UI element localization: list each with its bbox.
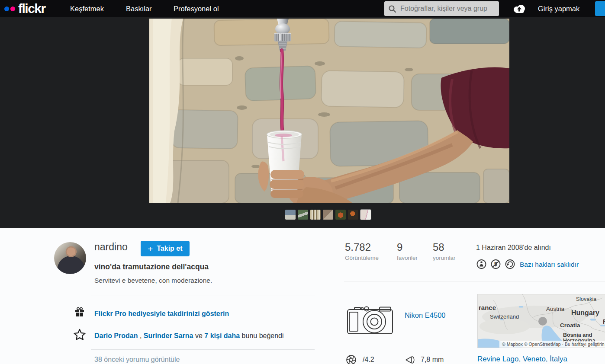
main-photo-illustration — [149, 19, 509, 203]
thumbnail-5[interactable] — [335, 210, 346, 220]
view-previous-comments-link[interactable]: 38 önceki yorumu görüntüle — [94, 356, 180, 364]
taken-date: 1 Haziran 2008'de alındı — [476, 244, 551, 252]
thumbnail-6[interactable] — [348, 210, 358, 220]
camera-icon — [345, 304, 395, 335]
owner-username[interactable]: nardino — [94, 241, 128, 253]
faved-suffix: bunu beğendi — [240, 332, 283, 339]
cc-sa-icon[interactable] — [506, 260, 515, 268]
cc-nc-icon[interactable]: $ — [492, 260, 500, 268]
faves-count: 9 — [397, 241, 418, 253]
main-photo[interactable] — [149, 19, 509, 203]
flickr-pro-gift-link[interactable]: Flickr Pro hediyesiyle takdirinizi göste… — [94, 310, 229, 318]
follow-label: Takip et — [157, 245, 182, 252]
camera-model-link[interactable]: Nikon E4500 — [405, 311, 445, 319]
faved-by-line: Dario Prodan , Surinder Sarna ve 7 kişi … — [94, 332, 284, 340]
license-link[interactable]: Bazı hakları saklıdır — [520, 261, 579, 268]
plus-icon: + — [148, 244, 153, 253]
comments-count: 58 — [433, 241, 456, 253]
top-navbar: flickr Keşfetmek Baskılar Profesyonel ol… — [0, 0, 605, 17]
wine-stream — [280, 50, 283, 132]
logo-text: flickr — [18, 0, 45, 17]
thumbnail-1[interactable] — [285, 210, 296, 220]
separator: , — [138, 332, 143, 339]
license-icons[interactable]: $ — [476, 259, 516, 269]
flickr-logo[interactable]: flickr — [4, 0, 45, 17]
map-label-france: rance — [479, 304, 496, 311]
focal-length-icon — [404, 354, 416, 364]
follow-button[interactable]: + Takip et — [141, 241, 190, 256]
nav-explore[interactable]: Keşfetmek — [70, 0, 104, 17]
login-link[interactable]: Giriş yapmak — [538, 0, 579, 17]
gift-icon — [74, 307, 85, 317]
photo-info-section: nardino + Takip et vino'da tramutazione … — [0, 228, 605, 364]
thumbnail-3[interactable] — [310, 210, 321, 220]
location-link[interactable]: Revine Lago, Veneto, İtalya — [477, 355, 567, 364]
nav-prints[interactable]: Baskılar — [126, 0, 152, 17]
thumbnail-7-active[interactable] — [360, 210, 371, 220]
map-attribution[interactable]: © Mapbox © OpenStreetMap · Bu haritayı g… — [502, 342, 605, 347]
photo-title: vino'da tramutazione dell'acqua — [94, 262, 209, 271]
map-label-romania-partial: R — [603, 318, 605, 325]
map-label-croatia: Croatia — [560, 322, 580, 329]
divider — [91, 349, 315, 350]
signup-button[interactable] — [595, 1, 605, 16]
divider — [344, 281, 605, 281]
views-stat: 5.782 Görüntüleme — [345, 241, 379, 261]
divider — [91, 296, 315, 296]
photo-stage — [0, 0, 605, 228]
map-marker — [538, 317, 547, 326]
faves-label: favoriler — [397, 255, 418, 261]
search-input[interactable] — [399, 4, 495, 13]
map-label-austria: Austria — [546, 306, 565, 312]
views-count: 5.782 — [345, 241, 379, 253]
map-label-hungary: Hungary — [571, 309, 599, 316]
faver-link-1[interactable]: Dario Prodan — [94, 332, 138, 339]
search-icon — [388, 5, 396, 13]
star-icon — [73, 328, 86, 341]
logo-dot-pink-icon — [10, 6, 15, 11]
and-text: ve — [193, 332, 205, 339]
faves-stat: 9 favoriler — [397, 241, 418, 261]
thumbnail-4[interactable] — [323, 210, 333, 220]
more-favers-link[interactable]: 7 kişi daha — [204, 332, 240, 339]
cc-by-icon[interactable] — [477, 260, 486, 268]
search-box[interactable] — [384, 1, 499, 16]
aperture-value: /4.2 — [363, 356, 374, 364]
upload-cloud-icon[interactable] — [512, 3, 527, 16]
comments-stat: 58 yorumlar — [433, 241, 456, 261]
nav-get-pro[interactable]: Profesyonel ol — [174, 0, 219, 17]
photostream-thumbnails — [285, 210, 371, 220]
logo-dot-blue-icon — [4, 6, 9, 11]
map-label-switzerland: Switzerland — [490, 313, 519, 320]
map-label-bosnia-1: Bosnia and — [563, 332, 592, 338]
focal-length-value: 7,8 mm — [421, 356, 444, 364]
map-label-slovakia: Slovakia — [576, 296, 596, 302]
faver-link-2[interactable]: Surinder Sarna — [144, 332, 193, 339]
views-label: Görüntüleme — [345, 255, 379, 261]
avatar[interactable] — [54, 242, 86, 274]
comments-label: yorumlar — [433, 255, 456, 261]
location-map[interactable]: rance Switzerland Austria Slovakia Hunga… — [477, 294, 605, 348]
photo-description: Servitevi e bevetene, con moderazione. — [94, 277, 212, 284]
aperture-icon — [346, 354, 357, 364]
thumbnail-2[interactable] — [298, 210, 308, 220]
